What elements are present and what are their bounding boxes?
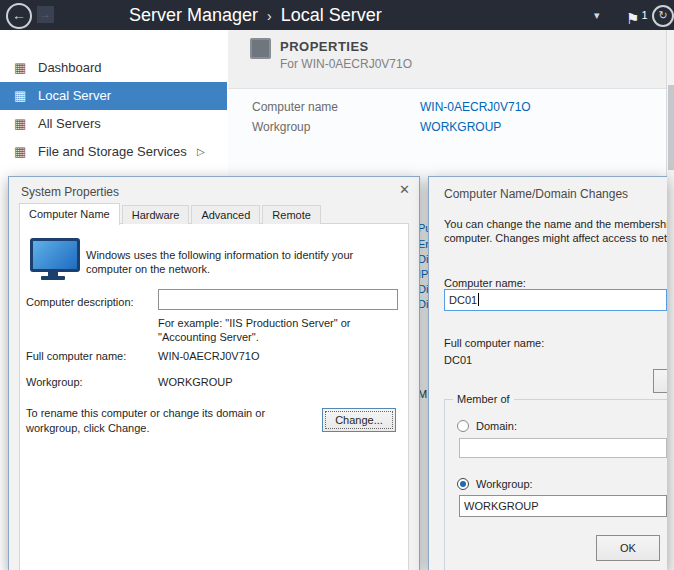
tab-hardware[interactable]: Hardware bbox=[122, 205, 190, 224]
domain-radio-label: Domain: bbox=[476, 420, 517, 432]
computer-name-input-text: DC01 bbox=[449, 294, 477, 306]
computer-name-input[interactable]: DC01 bbox=[444, 289, 667, 311]
computer-name-domain-changes-dialog: Computer Name/Domain Changes You can cha… bbox=[428, 176, 667, 570]
intro-text: Windows uses the following information t… bbox=[86, 248, 388, 276]
full-computer-name-label: Full computer name: bbox=[26, 350, 126, 362]
properties-title: PROPERTIES bbox=[280, 39, 369, 54]
back-icon: ← bbox=[12, 7, 26, 23]
chevron-right-icon: ▷ bbox=[197, 138, 205, 166]
forward-button[interactable]: → bbox=[37, 6, 54, 23]
sidebar-item-dashboard[interactable]: ▦ Dashboard bbox=[0, 54, 227, 82]
tab-advanced[interactable]: Advanced bbox=[191, 205, 260, 224]
notifications-flag-button[interactable]: ⚑1 bbox=[626, 0, 648, 30]
dialog-title: System Properties bbox=[21, 185, 119, 199]
rename-hint-line1: To rename this computer or change its do… bbox=[26, 406, 265, 420]
dialog-intro-line2: computer. Changes might affect access to… bbox=[444, 231, 667, 245]
rename-hint-line2: workgroup, click Change. bbox=[26, 421, 150, 435]
change-button[interactable]: Change... bbox=[322, 408, 396, 432]
scrollbar-thumb[interactable] bbox=[668, 85, 674, 170]
sidebar-item-label: Dashboard bbox=[38, 54, 102, 82]
property-label-workgroup: Workgroup bbox=[252, 120, 310, 134]
property-value-workgroup[interactable]: WORKGROUP bbox=[420, 120, 501, 134]
tab-strip: Computer Name Hardware Advanced Remote bbox=[19, 203, 323, 224]
close-icon[interactable]: ✕ bbox=[399, 182, 410, 197]
computer-monitor-icon bbox=[30, 238, 76, 282]
property-value-computer-name[interactable]: WIN-0AECRJ0V71O bbox=[420, 100, 531, 114]
breadcrumb-separator: › bbox=[267, 8, 272, 24]
full-computer-name-value: WIN-0AECRJ0V71O bbox=[158, 350, 259, 362]
text-cursor bbox=[478, 293, 479, 306]
properties-tile-icon bbox=[250, 38, 271, 59]
server-manager-window: ← → Server Manager›Local Server ▾ ⚑1 ↻ ▦… bbox=[0, 0, 674, 570]
computer-description-label: Computer description: bbox=[26, 296, 134, 308]
domain-input[interactable] bbox=[459, 438, 667, 458]
system-properties-dialog: System Properties ✕ Computer Name Hardwa… bbox=[8, 176, 420, 570]
workgroup-radio[interactable] bbox=[457, 478, 469, 490]
ok-button[interactable]: OK bbox=[596, 535, 660, 561]
refresh-button[interactable]: ↻ bbox=[652, 5, 674, 27]
dialog-intro-line1: You can change the name and the membersh… bbox=[444, 217, 667, 231]
full-computer-name-label: Full computer name: bbox=[444, 337, 544, 349]
workgroup-value: WORKGROUP bbox=[158, 376, 233, 388]
back-button[interactable]: ← bbox=[6, 3, 32, 29]
properties-subtitle: For WIN-0AECRJ0V71O bbox=[280, 57, 412, 71]
breadcrumb-caret-icon[interactable]: ▾ bbox=[594, 0, 600, 30]
sidebar-item-local-server[interactable]: ▦ Local Server bbox=[0, 82, 227, 110]
refresh-icon: ↻ bbox=[658, 9, 667, 21]
computer-name-label: Computer name: bbox=[444, 277, 526, 289]
all-servers-icon: ▦ bbox=[14, 117, 26, 131]
workgroup-radio-label: Workgroup: bbox=[476, 478, 533, 490]
sidebar-item-label: Local Server bbox=[38, 82, 111, 110]
sidebar-item-file-storage-services[interactable]: ▦ File and Storage Services ▷ bbox=[0, 138, 227, 166]
sidebar-item-label: All Servers bbox=[38, 110, 101, 138]
property-label-computer-name: Computer name bbox=[252, 100, 338, 114]
workgroup-label: Workgroup: bbox=[26, 376, 83, 388]
workgroup-input[interactable] bbox=[459, 495, 667, 517]
forward-icon: → bbox=[40, 8, 51, 20]
description-example-line2: "Accounting Server". bbox=[158, 330, 259, 344]
breadcrumb-current[interactable]: Local Server bbox=[281, 5, 382, 25]
breadcrumb: Server Manager›Local Server bbox=[129, 0, 382, 30]
full-computer-name-value: DC01 bbox=[444, 354, 472, 366]
notification-count-badge: 1 bbox=[641, 9, 647, 21]
flag-icon: ⚑ bbox=[626, 10, 639, 27]
member-of-label: Member of bbox=[453, 393, 514, 405]
tab-remote[interactable]: Remote bbox=[262, 205, 321, 224]
dashboard-icon: ▦ bbox=[14, 61, 26, 75]
computer-description-input[interactable] bbox=[158, 289, 398, 310]
computer-name-tab-page: Windows uses the following information t… bbox=[19, 223, 409, 570]
sidebar-item-all-servers[interactable]: ▦ All Servers bbox=[0, 110, 227, 138]
local-server-icon: ▦ bbox=[14, 89, 26, 103]
description-example-line1: For example: "IIS Production Server" or bbox=[158, 316, 350, 330]
breadcrumb-root[interactable]: Server Manager bbox=[129, 5, 258, 25]
more-button-clipped[interactable] bbox=[653, 369, 667, 393]
tab-computer-name[interactable]: Computer Name bbox=[19, 203, 120, 225]
domain-radio[interactable] bbox=[457, 420, 469, 432]
vertical-scrollbar[interactable] bbox=[666, 30, 674, 570]
top-bar: ← → Server Manager›Local Server ▾ ⚑1 ↻ bbox=[0, 0, 674, 30]
file-storage-icon: ▦ bbox=[14, 145, 26, 159]
dialog-title: Computer Name/Domain Changes bbox=[444, 187, 628, 201]
sidebar-item-label: File and Storage Services bbox=[38, 138, 187, 166]
